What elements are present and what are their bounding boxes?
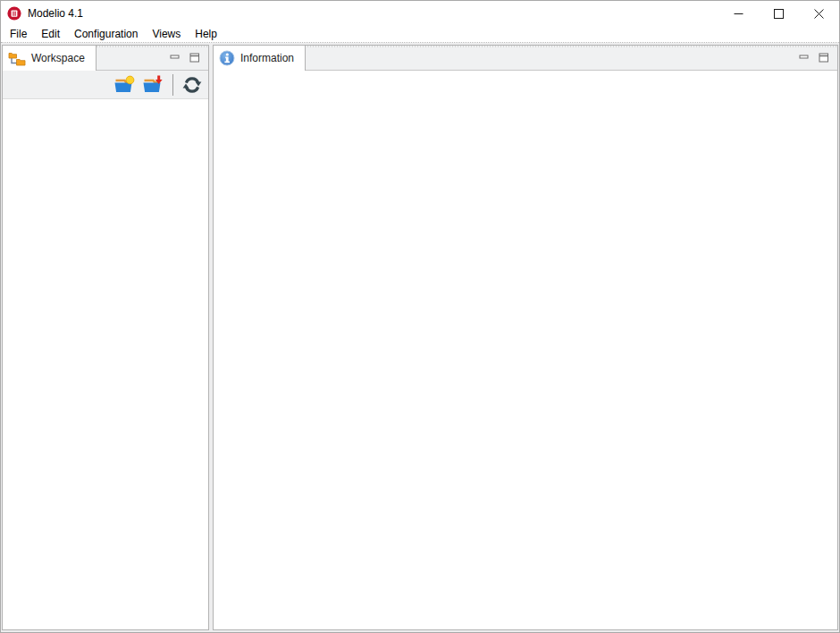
menu-edit[interactable]: Edit [34,26,67,42]
refresh-icon [182,75,202,95]
tab-information[interactable]: Information [214,46,306,71]
workspace-tabstrip: Workspace [3,46,208,71]
toolbar-separator [172,74,173,96]
close-icon [814,9,824,19]
title-bar: Modelio 4.1 [1,1,839,26]
information-panel: Information [213,45,838,630]
information-view-controls [799,46,837,70]
information-tabstrip: Information [214,46,837,71]
menu-views[interactable]: Views [145,26,188,42]
window-controls [718,1,839,26]
workspace-maximize-view-button[interactable] [189,53,200,63]
main-area: Workspace [1,43,839,632]
information-maximize-view-button[interactable] [819,53,829,63]
information-minimize-view-button[interactable] [799,54,810,63]
info-icon [219,50,235,66]
maximize-view-icon [189,53,200,63]
window-maximize-button[interactable] [759,1,799,26]
import-workspace-button[interactable] [141,75,164,95]
refresh-workspace-button[interactable] [182,75,202,95]
import-workspace-icon [141,75,164,95]
workspace-content[interactable] [3,99,208,629]
app-window: Modelio 4.1 File Edit Config [0,0,840,633]
workspace-folders-icon [8,51,26,66]
menu-bar: File Edit Configuration Views Help [1,26,839,43]
tab-workspace[interactable]: Workspace [3,46,97,71]
window-minimize-button[interactable] [718,1,759,26]
minimize-icon [734,9,743,19]
workspace-toolbar [3,71,208,99]
tab-workspace-label: Workspace [31,52,85,64]
information-content[interactable] [214,71,837,629]
minimize-view-icon [799,54,810,63]
tab-information-label: Information [240,52,294,64]
modelio-logo-icon [7,6,21,21]
menu-file[interactable]: File [3,26,34,42]
create-workspace-button[interactable] [113,75,135,95]
menu-help[interactable]: Help [188,26,224,42]
window-close-button[interactable] [799,1,839,26]
maximize-icon [774,9,784,19]
workspace-panel: Workspace [2,45,209,630]
window-title: Modelio 4.1 [28,7,83,20]
new-workspace-icon [113,75,135,95]
menu-configuration[interactable]: Configuration [67,26,145,42]
workspace-minimize-view-button[interactable] [170,54,181,63]
minimize-view-icon [170,54,181,63]
maximize-view-icon [819,53,829,63]
workspace-view-controls [170,46,208,70]
